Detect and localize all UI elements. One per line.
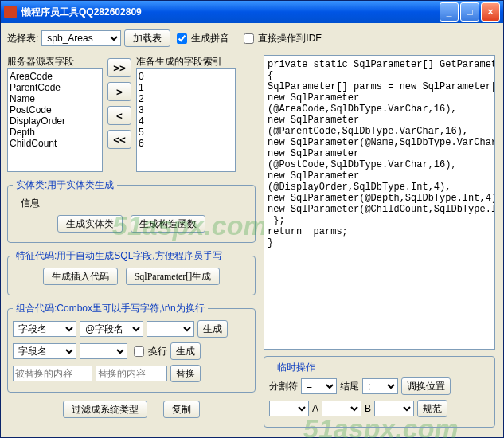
close-button[interactable]: × xyxy=(481,2,500,22)
list-item[interactable]: DisplayOrder xyxy=(10,115,100,127)
extra-select-1[interactable] xyxy=(147,321,194,337)
table-select[interactable]: spb_Areas xyxy=(41,30,121,46)
swap-checkbox[interactable] xyxy=(134,346,144,357)
index-label: 准备生成的字段索引 xyxy=(136,55,236,68)
replace-input[interactable] xyxy=(96,366,167,381)
list-item[interactable]: 6 xyxy=(139,138,233,149)
list-item[interactable]: 1 xyxy=(139,82,233,93)
list-item[interactable]: Name xyxy=(10,93,100,104)
extra-select-3[interactable] xyxy=(374,401,414,416)
list-item[interactable]: 0 xyxy=(139,71,233,82)
direct-ide-checkbox[interactable] xyxy=(244,33,254,44)
gen-entity-button[interactable]: 生成实体类 xyxy=(57,215,123,233)
move-all-left-button[interactable]: << xyxy=(107,130,131,149)
list-item[interactable]: ParentCode xyxy=(10,82,100,93)
select-table-label: 选择表: xyxy=(7,32,38,45)
info-label: 信息 xyxy=(13,197,250,210)
app-icon xyxy=(4,6,17,18)
gen-sqlparam-button[interactable]: SqlParameter[]生成 xyxy=(126,268,221,285)
gen-insert-button[interactable]: 生成插入代码 xyxy=(43,268,118,285)
swap-pos-button[interactable]: 调换位置 xyxy=(401,377,451,395)
index-list[interactable]: 0123456 xyxy=(136,68,236,172)
move-right-button[interactable]: > xyxy=(107,82,131,101)
window-title: 懒程序员工具QQ282602809 xyxy=(21,6,142,19)
gen-ctor-button[interactable]: 生成构造函数 xyxy=(131,215,205,233)
maximize-button[interactable]: □ xyxy=(460,2,479,22)
list-item[interactable]: ChildCount xyxy=(10,138,100,149)
list-item[interactable]: 2 xyxy=(139,93,233,104)
replace-button[interactable]: 替换 xyxy=(170,365,201,382)
list-item[interactable]: 5 xyxy=(139,127,233,138)
b-select-1[interactable] xyxy=(322,401,361,416)
list-item[interactable]: PostCode xyxy=(10,104,100,115)
minimize-button[interactable]: _ xyxy=(440,2,459,22)
list-item[interactable]: AreaCode xyxy=(10,71,100,82)
source-fields-label: 服务器源表字段 xyxy=(7,55,103,68)
list-item[interactable]: 4 xyxy=(139,115,233,127)
copy-button[interactable]: 复制 xyxy=(163,401,200,418)
end-select[interactable]: ; xyxy=(362,378,398,394)
split-select[interactable]: = xyxy=(301,378,337,394)
code-output[interactable]: private static SqlParameter[] GetParamet… xyxy=(264,55,495,350)
list-item[interactable]: Depth xyxy=(10,127,100,138)
field-select-2[interactable]: 字段名 xyxy=(13,343,76,359)
filter-systype-button[interactable]: 过滤成系统类型 xyxy=(63,401,147,418)
list-item[interactable]: 3 xyxy=(139,104,233,115)
temp-op-group: 临时操作 分割符 = 结尾 ; 调换位置 A B 规范 xyxy=(264,356,495,428)
norm-button[interactable]: 规范 xyxy=(417,400,447,417)
entity-group: 实体类:用于实体类生成 信息 生成实体类 生成构造函数 xyxy=(7,178,256,243)
source-fields-list[interactable]: AreaCodeParentCodeNamePostCodeDisplayOrd… xyxy=(7,68,103,172)
combo-code-group: 组合代码:Combox里可以手写字符,\r\n为换行 字段名 @字段名 生成 字… xyxy=(7,302,256,393)
field-select-1[interactable]: 字段名 xyxy=(13,321,76,337)
a-select-1[interactable] xyxy=(269,401,309,416)
replaced-input[interactable] xyxy=(13,366,92,381)
extra-select-2[interactable] xyxy=(80,343,127,359)
feature-code-group: 特征代码:用于自动生成SQL字段,方便程序员手写 生成插入代码 SqlParam… xyxy=(7,249,256,295)
gen-combo-button-2[interactable]: 生成 xyxy=(170,342,201,360)
pinyin-checkbox[interactable] xyxy=(177,33,187,44)
move-left-button[interactable]: < xyxy=(107,106,131,125)
at-field-select[interactable]: @字段名 xyxy=(80,321,143,337)
move-all-right-button[interactable]: >> xyxy=(107,58,131,77)
load-table-button[interactable]: 加载表 xyxy=(124,29,170,47)
gen-combo-button[interactable]: 生成 xyxy=(197,320,228,338)
